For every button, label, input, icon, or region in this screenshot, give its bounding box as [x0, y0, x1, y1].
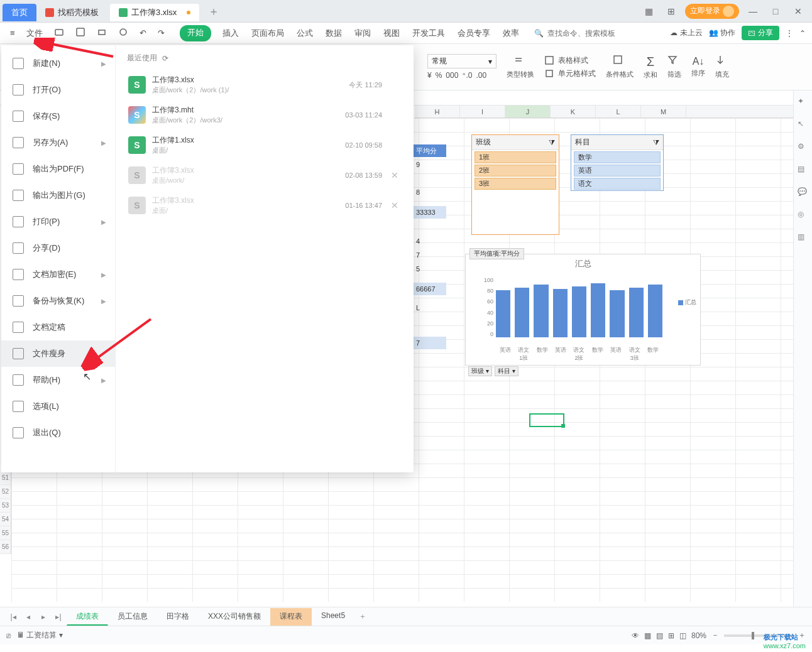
view-page-icon[interactable]: ▤ — [656, 631, 663, 640]
record-icon[interactable]: ⎚ — [6, 631, 11, 640]
slicer-class[interactable]: 班级⧩ 1班 2班 3班 — [471, 134, 559, 235]
view-eye-icon[interactable]: 👁 — [632, 631, 639, 640]
new-tab-button[interactable]: ＋ — [208, 4, 219, 19]
sheet-tab-Sheet5[interactable]: Sheet5 — [312, 608, 354, 626]
comma-button[interactable]: 000 — [446, 71, 458, 80]
file-menu-选项(L)[interactable]: 选项(L) — [1, 393, 115, 420]
slicer-item[interactable]: 3班 — [475, 178, 556, 190]
sheet-tab-课程表[interactable]: 课程表 — [270, 608, 312, 626]
sidebar-panel-icon[interactable]: ▥ — [798, 232, 809, 244]
ribbon-tab-review[interactable]: 审阅 — [353, 25, 372, 41]
view-break-icon[interactable]: ⊞ — [668, 631, 674, 640]
collapse-ribbon-button[interactable]: ⌃ — [799, 29, 806, 38]
filter-icon[interactable]: ⧩ — [549, 138, 555, 147]
dec-inc-button[interactable]: ⁺.0 — [462, 71, 472, 80]
row-55[interactable]: 55 — [0, 526, 11, 540]
sidebar-settings-icon[interactable]: ⚙ — [798, 142, 809, 153]
row-53[interactable]: 53 — [0, 499, 11, 513]
recent-file[interactable]: S工作簿3.xlsx桌面/work（2）/work (1)/今天 11:29 — [127, 70, 402, 100]
ribbon-tab-start[interactable]: 开始 — [180, 25, 211, 41]
slicer-item[interactable]: 英语 — [574, 165, 661, 177]
undo-button[interactable]: ↶ — [136, 26, 150, 40]
slicer-item[interactable]: 1班 — [475, 151, 556, 163]
slicer-item[interactable]: 数学 — [574, 151, 661, 163]
sum-button[interactable]: Σ求和 — [644, 55, 657, 80]
filter-icon[interactable]: ⧩ — [653, 138, 659, 147]
ribbon-tab-data[interactable]: 数据 — [324, 25, 343, 41]
cell-style-button[interactable]: 单元格样式 — [544, 68, 596, 79]
ribbon-tab-insert[interactable]: 插入 — [221, 25, 240, 41]
remove-recent-button[interactable]: ✕ — [388, 200, 401, 210]
sheet-nav-first[interactable]: |◂ — [6, 612, 20, 621]
sheet-tab-田字格[interactable]: 田字格 — [157, 608, 199, 626]
tab-home[interactable]: 首页 — [3, 4, 36, 21]
selected-cell[interactable] — [529, 413, 564, 427]
cond-format-button[interactable]: 条件格式 — [606, 55, 634, 79]
file-menu-输出为PDF(F)[interactable]: 输出为PDF(F) — [1, 156, 115, 182]
row-56[interactable]: 56 — [0, 540, 11, 554]
ribbon-tab-view[interactable]: 视图 — [382, 25, 401, 41]
sidebar-select-icon[interactable]: ↖ — [798, 119, 809, 131]
file-menu-另存为(A)[interactable]: 另存为(A)▶ — [1, 129, 115, 156]
maximize-button[interactable]: □ — [767, 3, 784, 20]
cloud-status[interactable]: ☁ 未上云 — [670, 28, 702, 38]
file-menu-输出为图片(G)[interactable]: 输出为图片(G) — [1, 182, 115, 209]
ribbon-tab-efficiency[interactable]: 效率 — [502, 25, 520, 41]
close-button[interactable]: ✕ — [789, 3, 807, 20]
file-menu-退出(Q)[interactable]: 退出(Q) — [1, 420, 115, 446]
type-convert-button[interactable]: 类型转换 — [507, 55, 534, 79]
table-style-button[interactable]: 表格样式 — [544, 55, 596, 66]
slicer-item[interactable]: 语文 — [574, 178, 661, 190]
col-I[interactable]: I — [460, 106, 505, 117]
ribbon-tab-layout[interactable]: 页面布局 — [250, 25, 285, 41]
refresh-icon[interactable]: ⟳ — [162, 54, 168, 63]
menu-button[interactable]: ≡ — [6, 26, 19, 40]
tab-document[interactable]: 工作簿3.xlsx — [110, 4, 199, 21]
sheet-tab-成绩表[interactable]: 成绩表 — [67, 608, 108, 626]
sheet-nav-next[interactable]: ▸ — [36, 612, 50, 621]
sidebar-chat-icon[interactable]: 💬 — [798, 187, 809, 198]
row-52[interactable]: 52 — [0, 485, 11, 499]
ribbon-tab-dev[interactable]: 开发工具 — [411, 25, 446, 41]
view-custom-icon[interactable]: ◫ — [679, 631, 686, 640]
sidebar-target-icon[interactable]: ◎ — [798, 210, 809, 221]
recent-file[interactable]: S工作簿3.xlsx桌面/work/02-08 13:59✕ — [127, 160, 402, 190]
sheet-nav-last[interactable]: ▸| — [52, 612, 65, 621]
ribbon-tab-member[interactable]: 会员专享 — [456, 25, 491, 41]
recent-file[interactable]: S工作簿3.xlsx桌面/01-16 13:47✕ — [127, 190, 402, 220]
file-menu-备份与恢复(K)[interactable]: 备份与恢复(K)▶ — [1, 288, 115, 314]
more-button[interactable]: ⋮ — [786, 29, 793, 38]
slicer-subject[interactable]: 科目⧩ 数学 英语 语文 — [571, 134, 664, 191]
command-search[interactable]: 🔍 — [534, 29, 635, 38]
pivot-chart[interactable]: 平均值项:平均分 汇总 100806040200 英语语文数学1班英语语文数学2… — [465, 254, 701, 366]
minimize-button[interactable]: — — [744, 3, 762, 20]
col-L[interactable]: L — [596, 106, 641, 117]
col-J[interactable]: J — [505, 106, 551, 117]
recent-file[interactable]: S工作簿1.xlsx桌面/02-10 09:58 — [127, 130, 402, 160]
file-menu-保存(S)[interactable]: 保存(S) — [1, 103, 115, 129]
search-input[interactable] — [547, 29, 635, 38]
col-M[interactable]: M — [641, 106, 686, 117]
share-button[interactable]: ⮹ 分享 — [742, 26, 779, 40]
zoom-value[interactable]: 80% — [691, 631, 706, 640]
collab-button[interactable]: 👥 协作 — [709, 28, 735, 38]
file-menu-分享(D)[interactable]: 分享(D) — [1, 235, 115, 261]
salary-calc-button[interactable]: 🖩 工资结算 ▾ — [17, 630, 63, 641]
zoom-out-button[interactable]: － — [711, 630, 719, 641]
sheet-tab-员工信息[interactable]: 员工信息 — [108, 608, 157, 626]
sheet-tab-XXX公司销售额[interactable]: XXX公司销售额 — [199, 608, 270, 626]
sort-button[interactable]: A↓排序 — [691, 56, 705, 78]
ribbon-tab-formula[interactable]: 公式 — [295, 25, 314, 41]
sidebar-assistant-icon[interactable]: ✦ — [798, 97, 809, 108]
chart-filter-class[interactable]: 班级 ▾ — [468, 366, 492, 376]
currency-button[interactable]: ¥ — [427, 71, 432, 80]
sidebar-style-icon[interactable]: ▤ — [798, 165, 809, 176]
sheet-nav-prev[interactable]: ◂ — [21, 612, 35, 621]
dec-dec-button[interactable]: .00 — [476, 71, 486, 80]
add-sheet-button[interactable]: ＋ — [356, 611, 370, 622]
filter-button[interactable]: 筛选 — [667, 55, 681, 79]
row-54[interactable]: 54 — [0, 513, 11, 526]
col-K[interactable]: K — [551, 106, 596, 117]
view-normal-icon[interactable]: ▦ — [644, 631, 651, 640]
grid-icon[interactable]: ⊞ — [662, 3, 680, 20]
